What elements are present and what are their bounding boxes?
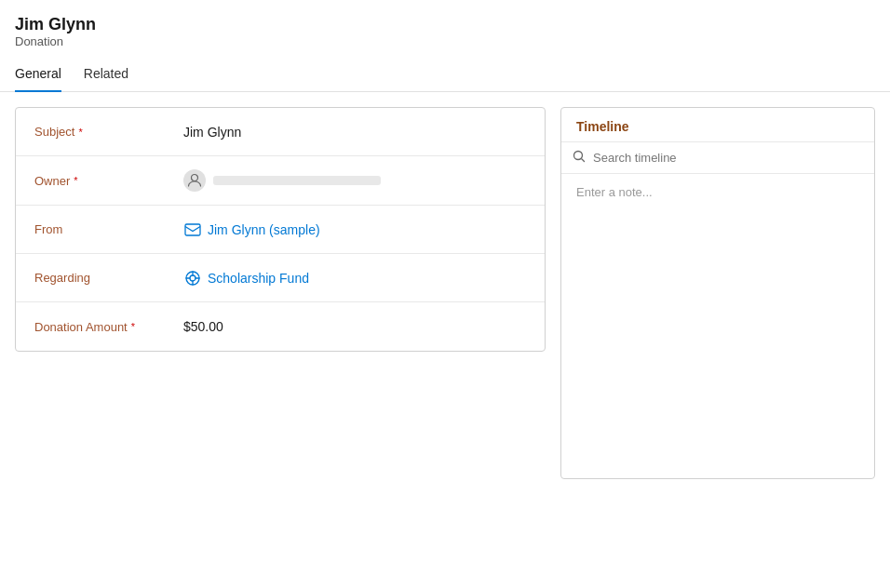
main-content: Subject * Jim Glynn Owner * <box>0 92 890 494</box>
required-mark: * <box>78 127 82 138</box>
form-section: Subject * Jim Glynn Owner * <box>15 107 546 352</box>
timeline-note-placeholder[interactable]: Enter a note... <box>561 174 874 210</box>
required-mark-owner: * <box>74 175 77 186</box>
owner-avatar-icon <box>183 169 206 192</box>
field-regarding: Regarding Scholarship Fund <box>16 254 545 302</box>
owner-bar <box>213 176 381 185</box>
svg-point-4 <box>574 152 583 160</box>
from-value[interactable]: Jim Glynn (sample) <box>183 220 526 239</box>
timeline-search-bar[interactable] <box>561 142 874 174</box>
svg-point-0 <box>192 175 198 181</box>
from-label: From <box>34 222 183 236</box>
svg-rect-1 <box>185 224 200 235</box>
tab-related[interactable]: Related <box>84 60 128 92</box>
regarding-icon <box>183 269 202 287</box>
field-donation-amount: Donation Amount * $50.00 <box>16 302 545 351</box>
field-owner: Owner * <box>16 156 545 206</box>
required-mark-donation: * <box>131 321 135 332</box>
donation-amount-label: Donation Amount * <box>34 320 183 334</box>
regarding-label: Regarding <box>34 271 183 285</box>
from-icon <box>183 220 202 239</box>
timeline-section: Timeline Enter a note... <box>560 107 875 479</box>
search-icon <box>573 150 586 166</box>
svg-point-3 <box>190 275 196 281</box>
tab-general[interactable]: General <box>15 60 61 92</box>
regarding-value[interactable]: Scholarship Fund <box>183 269 526 287</box>
field-subject: Subject * Jim Glynn <box>16 108 545 156</box>
owner-label: Owner * <box>34 174 183 188</box>
page-subtitle: Donation <box>15 34 875 48</box>
donation-amount-value[interactable]: $50.00 <box>183 319 526 334</box>
timeline-title: Timeline <box>561 108 874 142</box>
page-header: Jim Glynn Donation <box>0 0 890 52</box>
page-title: Jim Glynn <box>15 15 875 34</box>
subject-label: Subject * <box>34 125 183 139</box>
search-timeline-input[interactable] <box>593 151 863 165</box>
field-from: From Jim Glynn (sample) <box>16 206 545 254</box>
subject-value[interactable]: Jim Glynn <box>183 125 526 140</box>
owner-value[interactable] <box>183 169 526 192</box>
tab-bar: General Related <box>0 52 890 92</box>
